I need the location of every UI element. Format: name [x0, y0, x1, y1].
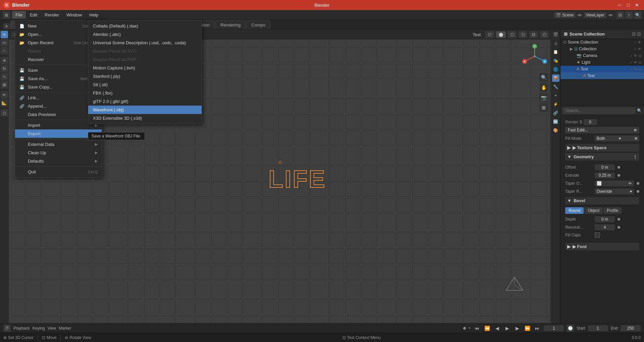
frame-dot-expand[interactable]: ▾ — [469, 326, 471, 330]
view-layer-more-icon[interactable]: ◀▶ — [608, 13, 613, 17]
outliner-text-data[interactable]: A Text — [560, 72, 644, 79]
offset-value[interactable]: 0 m — [595, 164, 615, 170]
menu-file[interactable]: File — [12, 11, 26, 19]
menu-window[interactable]: Window — [63, 11, 85, 19]
tool-measure[interactable]: 📐 — [1, 99, 8, 107]
view-label[interactable]: View — [47, 326, 56, 331]
texture-space-section[interactable]: ▶ ▶ Texture Space — [565, 144, 639, 152]
tool-select-box[interactable]: ▭ — [1, 39, 8, 46]
menu-help[interactable]: Help — [86, 11, 102, 19]
esm-wavefront[interactable]: Wavefront (.obj) — [88, 106, 202, 114]
fm-export[interactable]: Export ▶ — [15, 129, 102, 138]
tab-compositing[interactable]: Compo — [246, 20, 270, 29]
fm-clean-up[interactable]: Clean Up ▶ — [15, 149, 102, 157]
tool-add-cube[interactable]: ◻ — [1, 109, 8, 117]
collection-collapse-icon[interactable]: ⊞ — [564, 32, 568, 37]
bevel-round-btn[interactable]: Round — [565, 207, 584, 214]
fm-external-data[interactable]: External Data ▶ — [15, 140, 102, 149]
text-checkbox[interactable]: ✓ — [630, 67, 633, 71]
props-modifier-tab[interactable]: 🔧 — [552, 83, 559, 91]
props-physics-tab[interactable]: ⚡ — [552, 101, 559, 108]
outliner-text-obj[interactable]: A Text ✓ 👁 ⊡ — [560, 66, 644, 72]
light-checkbox[interactable]: ✓ — [630, 60, 633, 65]
maximize-button[interactable]: □ — [625, 1, 632, 9]
xray-btn[interactable]: ⬡ — [540, 31, 549, 38]
esm-x3d[interactable]: X3D Extensible 3D (.x3d) — [88, 114, 202, 122]
coll-eye[interactable]: 👁 — [638, 47, 641, 51]
esm-gltf[interactable]: glTF 2.0 (.glb/.gltf) — [88, 97, 202, 106]
props-output-tab[interactable]: 🖨 — [552, 40, 559, 47]
grid-view-btn[interactable]: ⊞ — [539, 103, 548, 112]
menu-render[interactable]: Render — [41, 11, 62, 19]
props-constraints-tab[interactable]: 🔗 — [552, 109, 559, 117]
props-render-tab[interactable]: 🎬 — [552, 31, 559, 38]
scene-selector[interactable]: 🎬 Scene — [554, 12, 576, 18]
viewport-resize-handle[interactable] — [550, 30, 551, 323]
jump-end-btn[interactable]: ⏭ — [534, 325, 541, 332]
esm-collada[interactable]: Collada (Default) (.dae) — [88, 22, 202, 30]
search-icon[interactable]: 🔍 — [634, 11, 641, 19]
editor-type-button[interactable]: ⊞ — [3, 11, 10, 19]
esm-alembic[interactable]: Alembic (.abc) — [88, 30, 202, 39]
viewport-shading-wire[interactable]: ⬡ — [485, 31, 494, 38]
geometry-options-icon[interactable]: ⋮ — [633, 154, 637, 159]
close-button[interactable]: ✕ — [633, 1, 641, 9]
bevel-section-header[interactable]: ▼ Bevel — [565, 197, 639, 205]
props-material-tab[interactable]: 🎨 — [552, 127, 559, 134]
timeline-editor-type[interactable]: ⏱ — [3, 325, 11, 332]
tool-move[interactable]: ✛ — [1, 57, 8, 64]
viewport-shading-material[interactable]: ⬡ — [508, 31, 517, 38]
fm-defaults[interactable]: Defaults ▶ — [15, 157, 102, 165]
taper-o-edit-icon[interactable]: ✏ — [629, 181, 632, 186]
step-back-btn[interactable]: ◀ — [493, 325, 501, 332]
cam-checkbox[interactable]: ✓ — [630, 54, 633, 58]
pan-btn[interactable]: ✋ — [539, 83, 548, 92]
props-data-tab[interactable]: 🔤 — [552, 118, 559, 125]
esm-motion-capture[interactable]: Motion Capture (.bvh) — [88, 64, 202, 72]
props-particles-tab[interactable]: ✦ — [552, 92, 559, 99]
visibility-checkbox-icon[interactable]: ✓ — [634, 40, 637, 45]
taper-o-field[interactable]: ⬜ ✏ — [595, 180, 634, 186]
viewport-shading-solid[interactable]: ⬤ — [496, 31, 506, 38]
menu-edit[interactable]: Edit — [26, 11, 41, 19]
outliner-camera[interactable]: 📷 Camera ✓ 👁 ⊡ — [560, 52, 644, 59]
current-frame-field[interactable]: 1 — [544, 325, 564, 331]
props-world-tab[interactable]: 🌐 — [552, 66, 559, 73]
render-visibility-icon[interactable]: 👁 — [638, 40, 641, 45]
add-workspace-icon[interactable]: + — [3, 23, 9, 29]
esm-stanford[interactable]: Stanford (.ply) — [88, 72, 202, 80]
text-eye[interactable]: 👁 — [634, 67, 637, 71]
fm-quit[interactable]: Quit Ctrl Q — [15, 168, 102, 176]
view-layer-selector[interactable]: ViewLayer — [584, 12, 606, 18]
coll-checkbox[interactable]: ✓ — [634, 47, 637, 51]
resolution-value[interactable]: 4 — [595, 224, 615, 230]
play-btn[interactable]: ▶ — [503, 325, 511, 332]
cam-render[interactable]: ⊡ — [638, 54, 641, 58]
light-render[interactable]: ⊡ — [638, 60, 641, 65]
fill-mode-dropdown[interactable]: Both ▾ — [595, 135, 639, 141]
render-b-value[interactable]: 0 — [584, 119, 597, 125]
keying-label[interactable]: Keying — [33, 326, 45, 331]
tool-annotate[interactable]: ✏ — [1, 91, 8, 99]
depth-value[interactable]: 0 m — [595, 216, 615, 222]
text-render[interactable]: ⊡ — [638, 67, 641, 71]
tool-cursor[interactable]: ⊕ — [1, 31, 8, 38]
collection-expand-icon[interactable]: ▶ — [570, 47, 573, 51]
esm-usd[interactable]: Universal Scene Description (.usd, .usdc… — [88, 39, 202, 47]
geometry-section-header[interactable]: ▼ Geometry ⋮ — [565, 153, 639, 161]
tool-transform[interactable]: ⊞ — [1, 81, 8, 89]
fast-edit-field[interactable]: Fast Editi... — [565, 127, 639, 133]
camera-view-btn[interactable]: 📷 — [539, 93, 548, 102]
zoom-in-btn[interactable]: 🔍 — [539, 73, 548, 82]
tool-rotate[interactable]: ↻ — [1, 65, 8, 72]
viewport-shading-render[interactable]: ⬡ — [519, 31, 527, 38]
info-icon[interactable]: i — [625, 11, 633, 19]
minimize-button[interactable]: ─ — [616, 1, 623, 9]
marker-label[interactable]: Marker — [59, 326, 71, 331]
cam-eye[interactable]: 👁 — [634, 54, 637, 58]
esm-stl[interactable]: Stl (.stl) — [88, 80, 202, 89]
light-eye[interactable]: 👁 — [634, 60, 637, 65]
start-frame-field[interactable]: 1 — [588, 325, 608, 331]
step-forward-btn[interactable]: ▶ — [514, 325, 521, 332]
props-object-tab[interactable]: 📦 — [552, 74, 559, 82]
